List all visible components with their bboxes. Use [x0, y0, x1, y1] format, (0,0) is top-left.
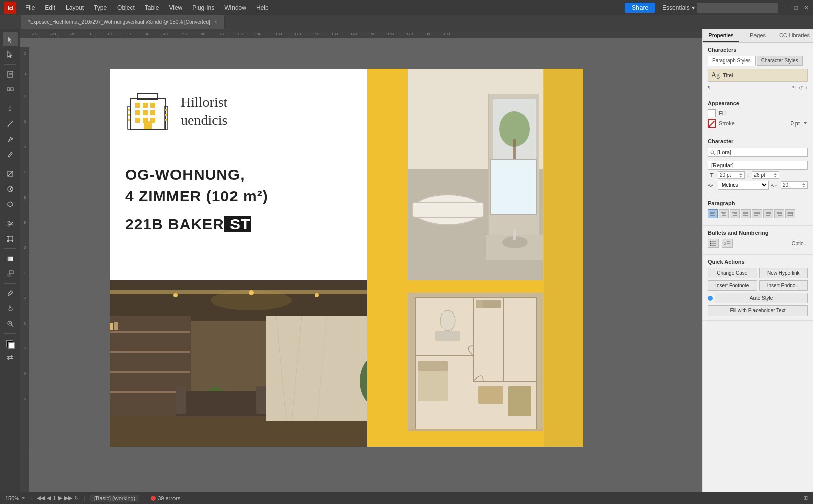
scissors-tool[interactable] — [3, 217, 18, 231]
address-prefix: 221B BAKER — [125, 216, 224, 232]
photo-interior — [110, 280, 367, 447]
menu-edit[interactable]: Edit — [41, 3, 60, 12]
align-left-btn[interactable] — [708, 209, 718, 218]
stroke-swatch[interactable] — [708, 119, 716, 128]
play-stop-btn[interactable]: ◀◀ — [37, 495, 45, 501]
align-center-btn[interactable] — [719, 209, 729, 218]
bullet-list-icon[interactable] — [708, 239, 719, 248]
window-maximize[interactable]: □ — [794, 4, 798, 11]
color-apply-tool[interactable] — [3, 267, 18, 281]
menu-type[interactable]: Type — [90, 3, 111, 12]
play-end-btn[interactable]: ▶▶ — [64, 495, 72, 501]
line-tool[interactable] — [3, 117, 18, 131]
free-transform-tool[interactable] — [3, 232, 18, 246]
polygon-tool[interactable] — [3, 197, 18, 211]
pen-tool[interactable] — [3, 132, 18, 146]
paragraph-styles-tab[interactable]: Paragraph Styles — [708, 56, 756, 66]
gradient-tool[interactable] — [3, 251, 18, 266]
eyedropper-tool[interactable] — [3, 286, 18, 300]
zoom-tool[interactable] — [3, 317, 18, 331]
insert-footnote-button[interactable]: Insert Footnote — [708, 280, 757, 291]
ellipse-frame-tool[interactable] — [3, 182, 18, 196]
leading-spinbox[interactable]: 26 pt — [752, 171, 779, 179]
text-tool[interactable]: T — [3, 102, 18, 116]
tab-cc-libraries[interactable]: CC Libraries — [776, 29, 813, 42]
kerning-method-select[interactable]: Metrics — [718, 181, 769, 190]
svg-text:130: 130 — [331, 32, 338, 36]
change-case-button[interactable]: Change Case — [708, 268, 757, 278]
font-size-spinbox[interactable]: 20 pt — [718, 171, 745, 179]
align-justify-btn[interactable] — [741, 209, 751, 218]
view-mode-icon[interactable]: ⊞ — [803, 495, 808, 501]
rect-frame-tool[interactable] — [3, 167, 18, 181]
essentials-menu[interactable]: Essentials ▾ — [662, 4, 695, 11]
tab-properties[interactable]: Properties — [703, 29, 739, 42]
align-right-btn[interactable] — [730, 209, 740, 218]
svg-marker-166 — [774, 173, 777, 175]
svg-rect-83 — [135, 110, 140, 115]
menu-view[interactable]: View — [165, 3, 186, 12]
align-justify-last-left-btn[interactable] — [752, 209, 762, 218]
svg-rect-127 — [114, 322, 118, 330]
svg-rect-85 — [150, 110, 155, 115]
style-swap-icon[interactable]: ↺ — [799, 85, 803, 91]
align-justify-all-btn[interactable] — [785, 209, 795, 218]
fill-placeholder-button[interactable]: Fill with Placeholder Text — [708, 305, 808, 316]
style-add-icon[interactable]: + — [805, 85, 808, 91]
paragraph-title: Paragraph — [708, 200, 808, 206]
auto-style-button[interactable]: Auto Style — [715, 293, 808, 303]
tab-pages[interactable]: Pages — [739, 29, 776, 42]
bullets-options[interactable]: Optio... — [792, 241, 808, 246]
main-area: T — [0, 29, 813, 492]
paragraph-align-row — [708, 209, 808, 218]
svg-point-198 — [710, 243, 712, 245]
kerning-icon: AV — [708, 183, 716, 188]
style-link-icon[interactable] — [789, 84, 797, 92]
fill-stroke-swatches[interactable] — [4, 338, 16, 350]
search-input[interactable] — [697, 3, 778, 13]
align-away-spine-btn[interactable] — [774, 209, 784, 218]
svg-point-9 — [11, 138, 13, 140]
style-item-titel[interactable]: Ag Titel — [708, 69, 808, 82]
menu-table[interactable]: Table — [141, 3, 163, 12]
font-search-icon — [710, 150, 715, 155]
font-style-input[interactable] — [708, 161, 808, 170]
play-prev-btn[interactable]: ◀ — [47, 495, 51, 501]
share-button[interactable]: Share — [625, 3, 655, 13]
swap-colors-icon[interactable]: ⇄ — [7, 352, 13, 362]
zoom-chevron-icon[interactable] — [21, 496, 25, 500]
character-styles-tab[interactable]: Character Styles — [757, 56, 803, 66]
numbered-list-icon[interactable]: 1.2. — [722, 239, 733, 248]
play-refresh-btn[interactable]: ↻ — [74, 495, 79, 501]
menu-help[interactable]: Help — [252, 3, 273, 12]
menu-plugins[interactable]: Plug-Ins — [188, 3, 218, 12]
menu-object[interactable]: Object — [113, 3, 139, 12]
document-tab[interactable]: *Exposee_Hochformat_210x297_Wohnungsverk… — [21, 15, 225, 29]
window-close[interactable]: ✕ — [804, 4, 809, 11]
window-minimize[interactable]: ─ — [784, 4, 788, 11]
new-hyperlink-button[interactable]: New Hyperlink — [759, 268, 808, 278]
gap-tool[interactable] — [3, 82, 18, 96]
menu-layout[interactable]: Layout — [62, 3, 88, 12]
menu-window[interactable]: Window — [220, 3, 250, 12]
errors-status[interactable]: 39 errors — [151, 495, 180, 501]
stroke-chevron-icon[interactable] — [803, 121, 808, 126]
tracking-spinbox[interactable]: 20 — [781, 181, 808, 189]
font-search-input[interactable] — [708, 148, 808, 157]
hand-tool[interactable] — [3, 301, 18, 316]
menu-file[interactable]: File — [21, 3, 39, 12]
play-next-btn[interactable]: ▶ — [58, 495, 62, 501]
svg-text:170: 170 — [406, 32, 413, 36]
align-towards-spine-btn[interactable] — [763, 209, 773, 218]
insert-endnote-button[interactable]: Insert Endno... — [759, 280, 808, 291]
tab-close[interactable]: × — [214, 19, 217, 25]
page-tool[interactable] — [3, 67, 18, 81]
direct-select-tool[interactable] — [3, 47, 18, 61]
fill-swatch[interactable] — [708, 109, 716, 117]
pencil-tool[interactable] — [3, 147, 18, 161]
selection-tool[interactable] — [3, 32, 18, 46]
leading-spinbox-arrows-icon — [773, 173, 777, 178]
yellow-divider — [367, 69, 408, 447]
zoom-level: 150% — [5, 495, 19, 501]
stroke-label: Stroke — [719, 120, 735, 127]
